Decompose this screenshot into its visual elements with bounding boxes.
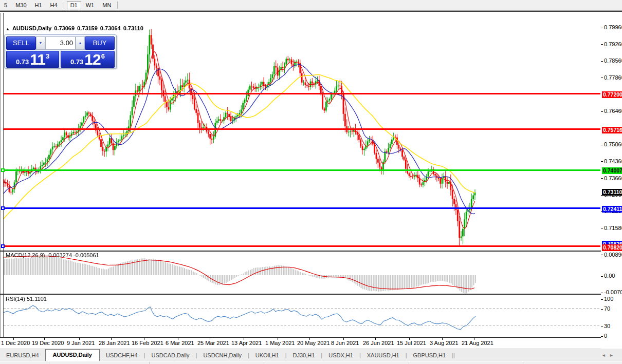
macd-axis-zero: 0.00 [604, 273, 615, 279]
macd-values: -0.003274 -0.005061 [46, 252, 99, 258]
timeframe-button-w1[interactable]: W1 [82, 1, 98, 9]
status-strip [0, 361, 622, 364]
chart-tab-usdx-h1[interactable]: USDX,H1 [322, 350, 359, 361]
rsi-axis-0: 0 [604, 333, 607, 339]
price-axis-tick [601, 161, 603, 162]
status-divider [149, 362, 150, 364]
price-axis-label: 0.74360 [604, 158, 622, 164]
price-axis-label: 0.76460 [604, 108, 622, 114]
symbol-period-label: AUDUSD,Daily [12, 25, 51, 31]
buy-price-prefix: 0.73 [70, 58, 83, 66]
sell-price-prefix: 0.73 [16, 58, 29, 66]
one-click-trade-panel: SELL ▼ 3.00 ▲ BUY 0.73 11 3 0.73 12 6 [4, 34, 117, 69]
timeframe-button-5[interactable]: 5 [1, 1, 11, 9]
volume-input[interactable]: 3.00 [45, 36, 76, 50]
chart-tab-xauusd-h1[interactable]: XAUUSD,H1 [361, 350, 406, 361]
hline-support-0.70820[interactable] [4, 245, 600, 247]
timeframe-button-h4[interactable]: H4 [47, 1, 61, 9]
macd-axis-max-tick [601, 255, 603, 255]
ohlc-high: 0.73159 [77, 25, 98, 31]
tab-separator: | [453, 352, 455, 361]
date-axis-label: 13 Apr 2021 [231, 340, 262, 346]
chart-tab-gbpusd-h1[interactable]: GBPUSD,H1 [407, 350, 452, 361]
date-axis-label: 8 Jun 2021 [331, 340, 359, 346]
date-axis-label: 9 Jan 2021 [67, 340, 95, 346]
price-axis-label: 0.71580 [604, 225, 622, 231]
status-divider [409, 362, 409, 364]
sell-price-pips: 11 [30, 52, 45, 67]
timeframe-button-d1[interactable]: D1 [67, 1, 81, 9]
volume-decrease-button[interactable]: ▼ [36, 36, 45, 50]
hline-support-0.72411[interactable] [4, 207, 600, 209]
price-axis-label: 0.79260 [604, 41, 622, 47]
timeframe-button-mn[interactable]: MN [99, 1, 115, 9]
chart-tab-audusd-daily[interactable]: AUDUSD,Daily [45, 349, 100, 361]
chart-tab-usdcnh-daily[interactable]: USDCNH,Daily [197, 350, 248, 361]
hline-handle-support-0.74007[interactable] [1, 168, 5, 172]
macd-name: MACD(12,26,9) [6, 252, 45, 258]
volume-increase-button[interactable]: ▲ [76, 36, 85, 50]
buy-price-point: 6 [101, 52, 105, 60]
window-left-border [0, 13, 1, 349]
price-axis-tick [601, 228, 603, 228]
hline-handle-support-0.72411[interactable] [1, 206, 5, 210]
chart-tab-usdcad-daily[interactable]: USDCAD,Daily [145, 350, 196, 361]
date-axis-label: 3 Aug 2021 [430, 340, 459, 346]
rsi-value: 51.1101 [27, 296, 47, 302]
sell-price-point: 3 [46, 52, 49, 60]
rsi-label: RSI(14) 51.1101 [6, 296, 47, 302]
date-axis[interactable]: 1 Dec 202019 Dec 20209 Jan 202128 Jan 20… [0, 338, 600, 349]
hline-handle-support-0.70826[interactable] [1, 244, 5, 248]
chart-tab-ukoil-h1[interactable]: UKOil,H1 [249, 350, 285, 361]
price-axis[interactable]: 0.799600.792600.785600.778600.764600.750… [601, 13, 622, 349]
ohlc-low: 0.73064 [100, 25, 121, 31]
toolbar-separator [117, 2, 118, 9]
toolbar-separator [64, 2, 64, 9]
rsi-axis-30: 30 [604, 323, 610, 329]
price-badge-0.74007: 0.74007 [602, 167, 622, 174]
rsi-axis-0-tick [601, 336, 603, 337]
date-axis-label: 19 Dec 2020 [32, 340, 64, 346]
date-axis-label: 16 Feb 2021 [132, 340, 163, 346]
macd-label: MACD(12,26,9) -0.003274 -0.005061 [6, 252, 99, 258]
price-axis-label: 0.73660 [604, 175, 622, 181]
chart-title: ▲AUDUSD,Daily0.730690.731590.730640.7311… [6, 25, 146, 31]
divider-macd-rsi[interactable] [0, 294, 622, 295]
date-axis-label: 26 Jun 2021 [363, 340, 394, 346]
tab-scroll-arrows[interactable]: ◂▸ [602, 352, 622, 361]
hline-resistance-0.75716[interactable] [4, 128, 600, 130]
timeframe-button-m30[interactable]: M30 [12, 1, 30, 9]
rsi-panel-canvas [4, 295, 600, 337]
timeframe-toolbar: 5M30H1H4D1W1MN [0, 0, 622, 11]
symbol-marker-icon: ▲ [6, 27, 10, 31]
price-axis-label: 0.77860 [604, 74, 622, 81]
rsi-axis-100-tick [601, 299, 603, 300]
status-divider [49, 362, 49, 364]
status-divider [523, 362, 523, 364]
chart-tab-dj30-h1[interactable]: DJ30,H1 [287, 350, 321, 361]
timeframe-button-h1[interactable]: H1 [31, 1, 46, 9]
price-axis-label: 0.79960 [604, 24, 622, 30]
price-badge-0.73110: 0.73110 [602, 189, 622, 196]
hline-resistance-0.77200[interactable] [4, 93, 600, 94]
date-axis-label: 28 Jan 2021 [99, 340, 130, 346]
price-axis-tick [601, 44, 603, 45]
divider-main-macd[interactable] [0, 251, 622, 252]
rsi-axis-70-tick [601, 309, 603, 310]
sell-price-button[interactable]: 0.73 11 3 [6, 51, 59, 68]
date-axis-label: 15 Jul 2021 [397, 340, 426, 346]
hline-support-0.74007[interactable] [4, 169, 600, 171]
date-axis-label: 25 Mar 2021 [197, 340, 229, 346]
buy-price-button[interactable]: 0.73 12 6 [61, 51, 115, 68]
chart-tab-usdchf-h4[interactable]: USDCHF,H4 [100, 350, 144, 361]
macd-axis-min-tick [601, 293, 603, 293]
price-axis-label: 0.78560 [604, 58, 622, 64]
date-axis-label: 20 May 2021 [297, 340, 330, 346]
price-badge-0.75716: 0.75716 [602, 127, 622, 133]
buy-button[interactable]: BUY [85, 36, 115, 50]
chart-tab-eurusd-h4[interactable]: EURUSD,H4 [0, 350, 45, 361]
rsi-name: RSI(14) [6, 296, 25, 302]
ohlc-open: 0.73069 [54, 25, 75, 31]
price-badge-0.77200: 0.77200 [602, 91, 622, 98]
sell-button[interactable]: SELL [6, 36, 36, 50]
